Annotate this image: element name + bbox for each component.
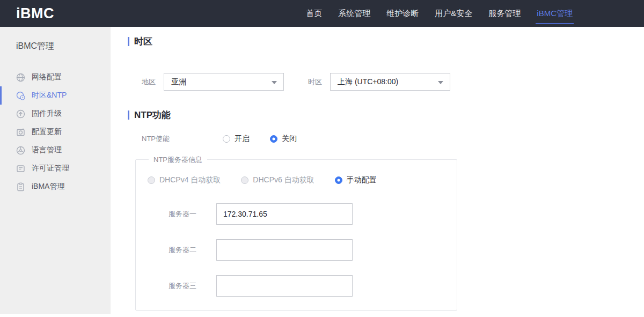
ntp-section-header: NTP功能 — [128, 109, 644, 121]
timezone-select[interactable]: 上海 (UTC+08:00) — [330, 73, 450, 91]
top-nav-menu: 首页 系统管理 维护诊断 用户&安全 服务管理 iBMC管理 — [298, 0, 581, 27]
ntp-enable-label: NTP使能 — [142, 134, 223, 144]
timezone-label: 时区 — [308, 77, 322, 87]
section-accent-bar — [128, 110, 129, 120]
server-two-label: 服务器二 — [169, 245, 216, 255]
timezone-form-row: 地区 亚洲 时区 上海 (UTC+08:00) — [142, 73, 644, 91]
ntp-enable-on-label: 开启 — [235, 134, 250, 144]
config-update-icon — [16, 128, 25, 137]
firmware-upgrade-icon — [16, 109, 25, 119]
radio-selected-icon — [270, 135, 277, 143]
timezone-section-title: 时区 — [134, 35, 152, 48]
main-content: 时区 地区 亚洲 时区 上海 (UTC+08:00) NTP功能 — [111, 27, 644, 314]
sidebar-title: iBMC管理 — [16, 41, 111, 52]
radio-disabled-icon — [241, 176, 248, 184]
section-accent-bar — [128, 37, 129, 46]
timezone-clock-icon — [16, 91, 25, 100]
server-two-row: 服务器二 — [169, 239, 457, 261]
nav-item-maintenance[interactable]: 维护诊断 — [378, 0, 427, 27]
dhcpv6-auto-label: DHCPv6 自动获取 — [253, 175, 314, 185]
ntp-enable-row: NTP使能 开启 关闭 — [142, 134, 644, 144]
timezone-select-value: 上海 (UTC+08:00) — [338, 77, 398, 87]
sidebar-menu: 网络配置 时区&NTP 固件升级 配置更新 — [0, 68, 111, 196]
server-three-input[interactable] — [216, 275, 353, 297]
sidebar-item-license[interactable]: 许可证管理 — [0, 159, 111, 178]
radio-disabled-icon — [148, 176, 155, 184]
sidebar-item-network-config[interactable]: 网络配置 — [0, 68, 111, 86]
server-one-label: 服务器一 — [169, 209, 216, 219]
radio-selected-icon — [335, 176, 342, 184]
sidebar-item-firmware-upgrade[interactable]: 固件升级 — [0, 105, 111, 123]
server-two-input[interactable] — [216, 239, 353, 261]
server-three-label: 服务器三 — [169, 281, 216, 291]
sidebar-item-label: 语言管理 — [32, 145, 62, 155]
nav-item-ibmc-management[interactable]: iBMC管理 — [529, 0, 581, 27]
server-one-row: 服务器一 — [169, 203, 457, 225]
region-select[interactable]: 亚洲 — [164, 73, 284, 91]
dhcpv6-auto-radio[interactable]: DHCPv6 自动获取 — [241, 175, 314, 185]
region-select-value: 亚洲 — [171, 77, 186, 87]
ntp-enable-off-label: 关闭 — [282, 134, 297, 144]
sidebar: iBMC管理 网络配置 时区&NTP 固件升级 — [0, 27, 111, 314]
app-body: iBMC管理 网络配置 时区&NTP 固件升级 — [0, 27, 644, 314]
sidebar-item-label: 许可证管理 — [32, 164, 69, 173]
ibma-clipboard-icon — [16, 182, 25, 191]
ntp-server-group: NTP服务器信息 DHCPv4 自动获取 DHCPv6 自动获取 手动配置 — [135, 159, 457, 311]
manual-config-label: 手动配置 — [347, 175, 377, 185]
language-icon — [16, 146, 25, 155]
network-globe-icon — [16, 73, 25, 82]
nav-item-home[interactable]: 首页 — [298, 0, 330, 27]
sidebar-item-label: 网络配置 — [32, 72, 62, 82]
ibmc-logo: iBMC — [16, 0, 54, 27]
chevron-down-icon — [272, 81, 277, 84]
license-icon — [16, 164, 25, 173]
ntp-server-mode-row: DHCPv4 自动获取 DHCPv6 自动获取 手动配置 — [148, 175, 457, 185]
nav-item-services[interactable]: 服务管理 — [480, 0, 529, 27]
sidebar-item-label: 时区&NTP — [32, 91, 67, 100]
sidebar-item-ibma[interactable]: iBMA管理 — [0, 178, 111, 196]
top-navbar: iBMC 首页 系统管理 维护诊断 用户&安全 服务管理 iBMC管理 — [0, 0, 644, 27]
server-three-row: 服务器三 — [169, 275, 457, 297]
ntp-section-title: NTP功能 — [134, 109, 171, 121]
sidebar-item-label: 配置更新 — [32, 127, 62, 137]
ntp-enable-off-radio[interactable]: 关闭 — [270, 134, 297, 144]
dhcpv4-auto-radio[interactable]: DHCPv4 自动获取 — [148, 175, 221, 185]
bottom-strip — [0, 314, 644, 317]
nav-item-user-security[interactable]: 用户&安全 — [427, 0, 480, 27]
sidebar-item-config-update[interactable]: 配置更新 — [0, 123, 111, 141]
sidebar-item-label: iBMA管理 — [32, 182, 64, 191]
sidebar-item-label: 固件升级 — [32, 109, 62, 119]
region-label: 地区 — [142, 77, 156, 87]
radio-unselected-icon — [223, 135, 230, 143]
chevron-down-icon — [438, 81, 443, 84]
timezone-section: 时区 地区 亚洲 时区 上海 (UTC+08:00) — [128, 35, 644, 91]
dhcpv4-auto-label: DHCPv4 自动获取 — [159, 175, 221, 185]
sidebar-item-timezone-ntp[interactable]: 时区&NTP — [0, 86, 111, 105]
ntp-section: NTP功能 NTP使能 开启 关闭 NTP服务器信息 DHC — [128, 109, 644, 311]
sidebar-item-language[interactable]: 语言管理 — [0, 141, 111, 159]
ntp-server-group-legend: NTP服务器信息 — [149, 155, 207, 165]
server-one-input[interactable] — [216, 203, 353, 225]
nav-item-system[interactable]: 系统管理 — [330, 0, 378, 27]
timezone-section-header: 时区 — [128, 35, 644, 48]
manual-config-radio[interactable]: 手动配置 — [335, 175, 377, 185]
ntp-enable-on-radio[interactable]: 开启 — [223, 134, 250, 144]
